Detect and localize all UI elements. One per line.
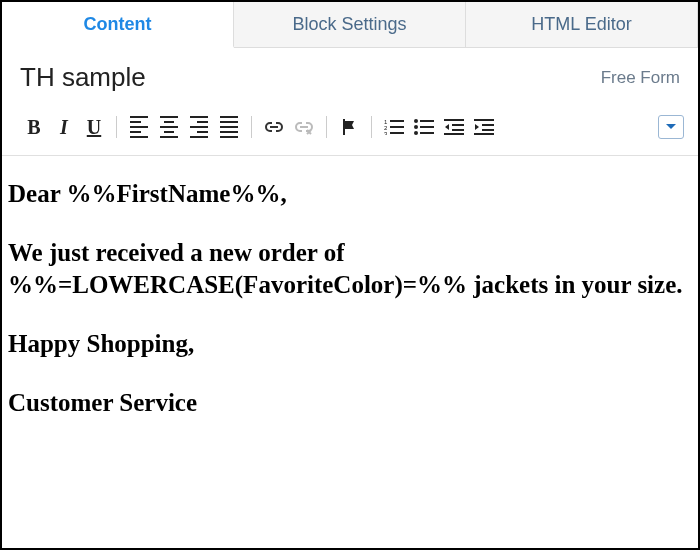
tab-html-editor[interactable]: HTML Editor bbox=[466, 2, 698, 47]
outdent-button[interactable] bbox=[440, 113, 468, 141]
separator bbox=[371, 116, 372, 138]
svg-rect-18 bbox=[482, 129, 494, 131]
italic-icon: I bbox=[60, 116, 68, 139]
svg-rect-3 bbox=[390, 126, 404, 128]
svg-rect-14 bbox=[452, 129, 464, 131]
align-left-button[interactable] bbox=[125, 113, 153, 141]
svg-rect-7 bbox=[420, 120, 434, 122]
align-right-icon bbox=[190, 116, 208, 138]
link-icon bbox=[264, 120, 284, 134]
unordered-list-button[interactable] bbox=[410, 113, 438, 141]
indent-button[interactable] bbox=[470, 113, 498, 141]
svg-rect-9 bbox=[420, 126, 434, 128]
svg-rect-13 bbox=[452, 124, 464, 126]
svg-rect-19 bbox=[474, 133, 494, 135]
align-center-button[interactable] bbox=[155, 113, 183, 141]
block-title: TH sample bbox=[20, 62, 146, 93]
align-left-icon bbox=[130, 116, 148, 138]
unlink-button[interactable] bbox=[290, 113, 318, 141]
svg-rect-12 bbox=[444, 119, 464, 121]
svg-rect-5 bbox=[390, 132, 404, 134]
align-center-icon bbox=[160, 116, 178, 138]
unordered-list-icon bbox=[414, 119, 434, 135]
editor-tabs: Content Block Settings HTML Editor bbox=[2, 2, 698, 48]
separator bbox=[251, 116, 252, 138]
separator bbox=[326, 116, 327, 138]
more-tools-dropdown[interactable] bbox=[658, 115, 684, 139]
content-paragraph[interactable]: Customer Service bbox=[8, 387, 692, 418]
flag-icon bbox=[340, 118, 358, 136]
underline-button[interactable]: U bbox=[80, 113, 108, 141]
formatting-toolbar: B I U 123 bbox=[2, 103, 698, 156]
tab-block-settings[interactable]: Block Settings bbox=[234, 2, 466, 47]
indent-icon bbox=[474, 119, 494, 135]
align-right-button[interactable] bbox=[185, 113, 213, 141]
unlink-icon bbox=[294, 119, 314, 135]
svg-rect-15 bbox=[444, 133, 464, 135]
chevron-down-icon bbox=[665, 123, 677, 131]
content-editor[interactable]: Dear %%FirstName%%, We just received a n… bbox=[2, 156, 698, 456]
svg-rect-1 bbox=[390, 120, 404, 122]
tab-content[interactable]: Content bbox=[2, 2, 234, 48]
link-button[interactable] bbox=[260, 113, 288, 141]
content-paragraph[interactable]: Dear %%FirstName%%, bbox=[8, 178, 692, 209]
header-row: TH sample Free Form bbox=[2, 48, 698, 103]
align-justify-icon bbox=[220, 116, 238, 138]
separator bbox=[116, 116, 117, 138]
content-paragraph[interactable]: Happy Shopping, bbox=[8, 328, 692, 359]
align-justify-button[interactable] bbox=[215, 113, 243, 141]
svg-point-8 bbox=[414, 125, 418, 129]
content-paragraph[interactable]: We just received a new order of %%=LOWER… bbox=[8, 237, 692, 300]
ordered-list-icon: 123 bbox=[384, 119, 404, 135]
ordered-list-button[interactable]: 123 bbox=[380, 113, 408, 141]
block-type-label: Free Form bbox=[601, 68, 680, 88]
svg-rect-16 bbox=[474, 119, 494, 121]
svg-text:3: 3 bbox=[384, 131, 388, 135]
svg-point-6 bbox=[414, 119, 418, 123]
underline-icon: U bbox=[87, 116, 101, 139]
flag-button[interactable] bbox=[335, 113, 363, 141]
svg-rect-17 bbox=[482, 124, 494, 126]
bold-button[interactable]: B bbox=[20, 113, 48, 141]
svg-rect-11 bbox=[420, 132, 434, 134]
outdent-icon bbox=[444, 119, 464, 135]
bold-icon: B bbox=[27, 116, 40, 139]
svg-point-10 bbox=[414, 131, 418, 135]
italic-button[interactable]: I bbox=[50, 113, 78, 141]
